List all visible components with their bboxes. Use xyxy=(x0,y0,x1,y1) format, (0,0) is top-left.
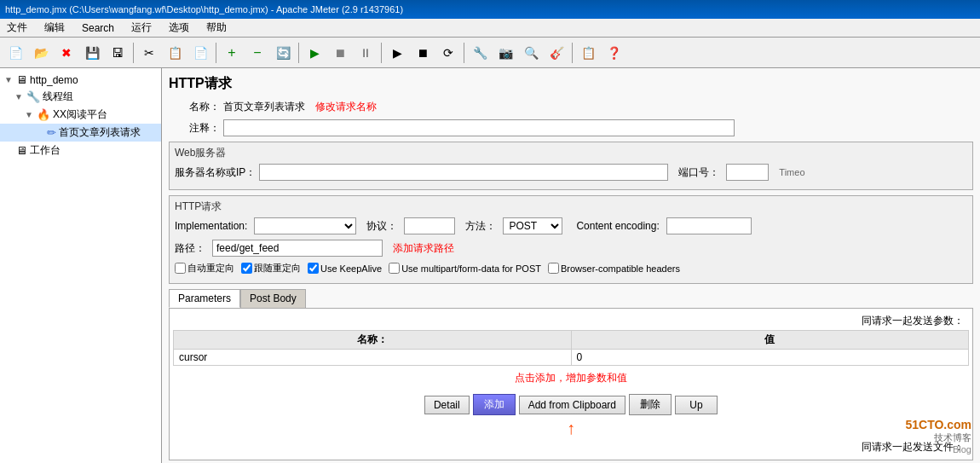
tab-content: 同请求一起发送参数： 名称： 值 cursor 0 xyxy=(169,308,973,460)
separator-1 xyxy=(133,43,134,63)
save-button[interactable]: 💾 xyxy=(80,41,104,65)
title-text: http_demo.jmx (C:\Users\wangfang.wf\Desk… xyxy=(5,4,403,14)
encoding-input[interactable] xyxy=(666,217,752,234)
method-select[interactable]: GET POST PUT DELETE xyxy=(503,217,562,234)
multipart-input[interactable] xyxy=(389,263,400,274)
tree-icon-workbench: 🖥 xyxy=(16,144,27,157)
remote-clear-button[interactable]: ⟳ xyxy=(436,41,460,65)
content-panel: HTTP请求 名称： 首页文章列表请求 修改请求名称 注释： Web服务器 服务… xyxy=(162,68,980,463)
add-param-button[interactable]: 添加 xyxy=(473,394,516,415)
menu-search[interactable]: Search xyxy=(78,20,118,36)
follow-redirect-checkbox[interactable]: 跟随重定向 xyxy=(241,262,301,275)
comment-input[interactable] xyxy=(223,119,735,136)
tree-icon-http-demo: 🖥 xyxy=(16,73,27,86)
tab-post-body[interactable]: Post Body xyxy=(240,289,306,308)
tree-item-workbench[interactable]: 🖥 工作台 xyxy=(0,142,161,159)
open-button[interactable]: 📂 xyxy=(29,41,53,65)
port-input[interactable] xyxy=(726,164,769,181)
keep-alive-label: Use KeepAlive xyxy=(320,263,382,274)
expand-icon-thread-group: ▼ xyxy=(14,92,24,101)
tree-item-http-demo[interactable]: ▼ 🖥 http_demo xyxy=(0,72,161,88)
name-link[interactable]: 修改请求名称 xyxy=(315,100,377,114)
new-button[interactable]: 📄 xyxy=(3,41,27,65)
method-label: 方法： xyxy=(465,219,496,234)
toolbar: 📄 📂 ✖ 💾 🖫 ✂ 📋 📄 + − 🔄 ▶ ⏹ ⏸ ▶ ⏹ ⟳ 🔧 📷 🔍 … xyxy=(0,38,980,68)
browser-headers-label: Browser-compatible headers xyxy=(561,263,680,274)
separator-2 xyxy=(216,43,216,63)
send-params-label: 同请求一起发送参数： xyxy=(173,312,969,330)
keep-alive-input[interactable] xyxy=(308,263,319,274)
binoculars-button[interactable]: 🔍 xyxy=(519,41,543,65)
send-files-label: 同请求一起发送文件： xyxy=(173,438,969,456)
tree-item-article-list[interactable]: ✏ 首页文章列表请求 xyxy=(0,124,161,142)
param-name-cell: cursor xyxy=(174,350,572,366)
pause-button[interactable]: ⏸ xyxy=(354,41,378,65)
browser-headers-input[interactable] xyxy=(548,263,559,274)
save-as-button[interactable]: 🖫 xyxy=(106,41,130,65)
server-label: 服务器名称或IP： xyxy=(175,165,256,180)
tree-label-workbench: 工作台 xyxy=(30,143,61,158)
server-input[interactable] xyxy=(259,164,668,181)
menu-bar: 文件 编辑 Search 运行 选项 帮助 xyxy=(0,19,980,38)
name-label: 名称： xyxy=(169,100,220,114)
protocol-input[interactable] xyxy=(404,217,455,234)
list-button[interactable]: 📋 xyxy=(576,41,600,65)
tree-panel: ▼ 🖥 http_demo ▼ 🔧 线程组 ▼ 🔥 XX阅读平台 ✏ 首页文章列… xyxy=(0,68,162,463)
plugin-button[interactable]: 🎸 xyxy=(545,41,568,65)
comment-label: 注释： xyxy=(169,121,220,136)
help-toolbar-button[interactable]: ❓ xyxy=(602,41,625,65)
close-button[interactable]: ✖ xyxy=(55,41,78,65)
menu-help[interactable]: 帮助 xyxy=(203,19,230,37)
auto-redirect-label: 自动重定向 xyxy=(187,262,234,275)
path-link[interactable]: 添加请求路径 xyxy=(393,241,454,256)
run-button[interactable]: ▶ xyxy=(303,41,326,65)
path-label: 路径： xyxy=(175,241,205,256)
delete-button[interactable]: 删除 xyxy=(629,394,672,415)
multipart-label: Use multipart/form-data for POST xyxy=(401,263,541,274)
name-row: 名称： 首页文章列表请求 修改请求名称 xyxy=(169,100,973,114)
arrow-indicator: ↑ xyxy=(173,419,969,438)
tree-label-xx-reader: XX阅读平台 xyxy=(53,107,107,122)
detail-button[interactable]: Detail xyxy=(424,396,470,414)
paste-button[interactable]: 📄 xyxy=(188,41,212,65)
multipart-checkbox[interactable]: Use multipart/form-data for POST xyxy=(389,263,541,274)
keep-alive-checkbox[interactable]: Use KeepAlive xyxy=(308,263,382,274)
clear-button[interactable]: 🔄 xyxy=(271,41,295,65)
tab-parameters[interactable]: Parameters xyxy=(169,289,240,308)
tabs-bar: Parameters Post Body xyxy=(169,289,973,308)
tree-item-thread-group[interactable]: ▼ 🔧 线程组 xyxy=(0,88,161,106)
expand-icon-http-demo: ▼ xyxy=(3,75,14,84)
add-button[interactable]: + xyxy=(220,41,244,65)
screenshot-button[interactable]: 📷 xyxy=(493,41,517,65)
remote-run-button[interactable]: ▶ xyxy=(385,41,409,65)
copy-button[interactable]: 📋 xyxy=(163,41,187,65)
port-label: 端口号： xyxy=(678,165,719,180)
param-table: 名称： 值 cursor 0 xyxy=(173,330,969,366)
stop-button[interactable]: ⏹ xyxy=(328,41,352,65)
cut-button[interactable]: ✂ xyxy=(137,41,161,65)
menu-run[interactable]: 运行 xyxy=(128,19,155,37)
menu-options[interactable]: 选项 xyxy=(165,19,193,37)
protocol-label: 协议： xyxy=(366,219,397,234)
tree-label-thread-group: 线程组 xyxy=(43,90,73,104)
remote-stop-button[interactable]: ⏹ xyxy=(411,41,435,65)
main-layout: ▼ 🖥 http_demo ▼ 🔧 线程组 ▼ 🔥 XX阅读平台 ✏ 首页文章列… xyxy=(0,68,980,463)
auto-redirect-input[interactable] xyxy=(175,263,186,274)
implementation-row: Implementation: HttpClient3.1 HttpClient… xyxy=(175,217,967,234)
browser-headers-checkbox[interactable]: Browser-compatible headers xyxy=(548,263,680,274)
title-bar: http_demo.jmx (C:\Users\wangfang.wf\Desk… xyxy=(0,0,980,19)
tools-button[interactable]: 🔧 xyxy=(468,41,492,65)
auto-redirect-checkbox[interactable]: 自动重定向 xyxy=(175,262,234,275)
follow-redirect-label: 跟随重定向 xyxy=(254,262,301,275)
up-button[interactable]: Up xyxy=(675,396,718,414)
section-title: HTTP请求 xyxy=(169,75,973,93)
path-row: 路径： 添加请求路径 xyxy=(175,240,967,257)
follow-redirect-input[interactable] xyxy=(241,263,252,274)
remove-button[interactable]: − xyxy=(245,41,269,65)
tree-item-xx-reader[interactable]: ▼ 🔥 XX阅读平台 xyxy=(0,106,161,124)
implementation-select[interactable]: HttpClient3.1 HttpClient4 Java xyxy=(254,217,356,234)
add-from-clipboard-button[interactable]: Add from Clipboard xyxy=(519,396,625,414)
path-input[interactable] xyxy=(212,240,383,257)
menu-file[interactable]: 文件 xyxy=(3,19,31,37)
menu-edit[interactable]: 编辑 xyxy=(41,19,68,37)
